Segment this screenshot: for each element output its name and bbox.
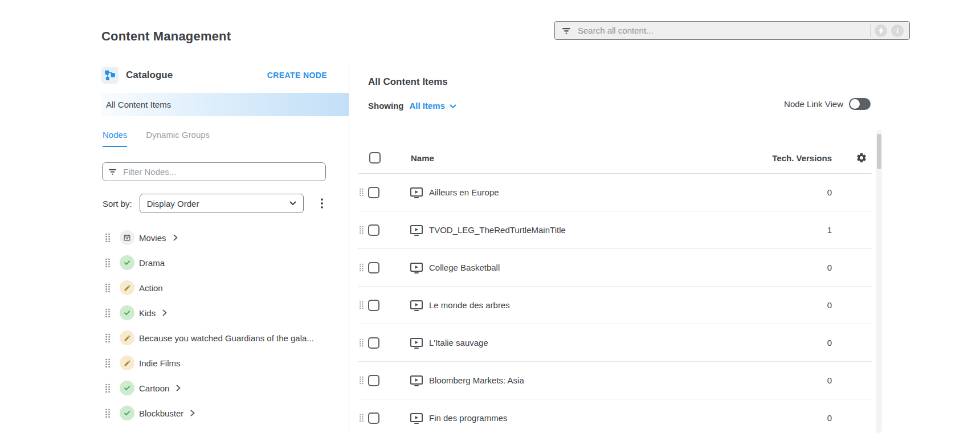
drag-handle-icon[interactable]: [105, 233, 111, 243]
tab-dynamic-groups[interactable]: Dynamic Groups: [146, 130, 210, 147]
drag-handle-icon[interactable]: [105, 383, 111, 393]
row-checkbox[interactable]: [368, 224, 379, 236]
more-options-icon[interactable]: [318, 196, 325, 211]
chevron-right-icon[interactable]: [175, 384, 182, 392]
showing-row: Showing All Items: [368, 101, 456, 111]
video-content-icon: [409, 411, 424, 425]
row-checkbox[interactable]: [368, 262, 379, 273]
node-list-item[interactable]: Indie Films: [101, 350, 349, 375]
filter-icon: [562, 27, 571, 35]
showing-filter-dropdown[interactable]: All Items: [410, 101, 457, 111]
selected-item-label: All Content Items: [106, 100, 171, 109]
content-item-name: College Basketball: [429, 263, 500, 272]
search-input[interactable]: [577, 25, 865, 36]
column-header-tech-versions: Tech. Versions: [772, 153, 832, 163]
drag-handle-icon[interactable]: [105, 283, 111, 293]
table-row[interactable]: Fin des programmes 0: [358, 399, 872, 433]
panel-divider: [349, 64, 349, 433]
row-checkbox[interactable]: [368, 337, 379, 349]
sort-order-value: Display Order: [147, 199, 199, 209]
table-scrollbar[interactable]: [876, 130, 882, 433]
table-row[interactable]: Bloomberg Markets: Asia 0: [358, 362, 872, 399]
scheduled-status-icon: [120, 230, 134, 245]
drag-handle-icon[interactable]: [105, 333, 111, 343]
node-label: Movies: [139, 233, 166, 243]
node-label: Blockbuster: [139, 409, 183, 418]
node-link-view-toggle[interactable]: [849, 98, 871, 110]
catalogue-header: Catalogue CREATE NODE: [101, 66, 349, 85]
chevron-right-icon[interactable]: [189, 409, 196, 417]
drag-handle-icon[interactable]: [359, 414, 366, 422]
node-label: Drama: [139, 258, 165, 268]
draft-status-icon: [120, 280, 134, 295]
node-list-item[interactable]: Drama: [101, 250, 349, 275]
node-list-item[interactable]: Because you watched Guardians of the gal…: [101, 325, 349, 350]
drag-handle-icon[interactable]: [359, 338, 366, 347]
tech-versions-value: 0: [775, 413, 832, 423]
node-list-item[interactable]: Blockbuster: [101, 401, 349, 426]
catalogue-panel: Catalogue CREATE NODE All Content Items …: [101, 64, 349, 433]
tech-versions-value: 0: [775, 375, 832, 385]
row-checkbox[interactable]: [368, 412, 379, 424]
node-link-view-control: Node Link View: [784, 98, 871, 110]
drag-handle-icon[interactable]: [359, 263, 366, 272]
row-checkbox[interactable]: [368, 300, 379, 311]
global-search-bar[interactable]: i: [554, 21, 910, 40]
info-icon[interactable]: i: [891, 24, 904, 37]
drag-handle-icon[interactable]: [359, 376, 366, 385]
filter-icon: [108, 168, 117, 175]
node-label: Kids: [139, 308, 156, 318]
drag-handle-icon[interactable]: [105, 308, 111, 318]
drag-handle-icon[interactable]: [105, 358, 111, 368]
published-status-icon: [120, 255, 134, 270]
table-row[interactable]: L'Italie sauvage 0: [358, 324, 872, 362]
catalogue-title: Catalogue: [126, 70, 173, 81]
drag-handle-icon[interactable]: [359, 188, 366, 197]
chevron-right-icon[interactable]: [161, 309, 168, 317]
node-label: Action: [139, 283, 163, 293]
node-list-item[interactable]: Cartoon: [101, 375, 349, 401]
drag-handle-icon[interactable]: [359, 301, 366, 309]
filter-nodes-input[interactable]: [122, 166, 320, 177]
published-status-icon: [120, 406, 134, 420]
draft-status-icon: [120, 330, 134, 345]
node-list: Movies Drama Action: [101, 225, 349, 426]
gear-icon[interactable]: [856, 152, 867, 164]
table-row[interactable]: College Basketball 0: [358, 249, 872, 287]
video-content-icon: [409, 374, 424, 387]
sort-order-select[interactable]: Display Order: [140, 194, 304, 213]
drag-handle-icon[interactable]: [105, 409, 111, 418]
page-title: Content Management: [101, 29, 231, 44]
table-row[interactable]: Ailleurs en Europe 0: [358, 174, 872, 211]
chevron-down-icon: [289, 201, 296, 206]
search-divider: [870, 24, 871, 37]
lightning-icon[interactable]: [875, 24, 887, 37]
row-checkbox[interactable]: [368, 187, 379, 198]
drag-handle-icon[interactable]: [359, 226, 366, 234]
video-content-icon: [409, 299, 424, 312]
tech-versions-value: 0: [775, 187, 832, 197]
select-all-checkbox[interactable]: [369, 152, 381, 164]
row-checkbox[interactable]: [368, 375, 379, 386]
column-header-name: Name: [411, 153, 434, 163]
content-item-name: L'Italie sauvage: [429, 338, 488, 348]
sidebar-item-all-content-items[interactable]: All Content Items: [101, 93, 349, 116]
tech-versions-value: 0: [775, 263, 832, 272]
node-list-item[interactable]: Kids: [101, 300, 349, 325]
content-title: All Content Items: [368, 76, 448, 88]
node-list-item[interactable]: Action: [101, 275, 349, 300]
node-label: Because you watched Guardians of the gal…: [139, 333, 314, 343]
scrollbar-thumb[interactable]: [877, 134, 881, 169]
node-list-item[interactable]: Movies: [101, 225, 349, 250]
table-row[interactable]: Le monde des arbres 0: [358, 287, 872, 324]
filter-nodes-box[interactable]: [102, 162, 326, 181]
create-node-button[interactable]: CREATE NODE: [267, 71, 327, 80]
video-content-icon: [409, 223, 424, 237]
video-content-icon: [409, 186, 424, 199]
video-content-icon: [409, 336, 424, 350]
tab-nodes[interactable]: Nodes: [103, 130, 127, 147]
drag-handle-icon[interactable]: [105, 258, 111, 268]
chevron-right-icon[interactable]: [172, 234, 179, 242]
table-row[interactable]: TVOD_LEG_TheRedTurtleMainTitle 1: [358, 211, 872, 249]
video-content-icon: [409, 261, 424, 275]
